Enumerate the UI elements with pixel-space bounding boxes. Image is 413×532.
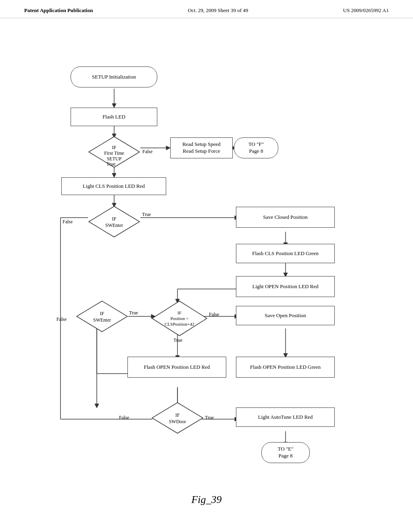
svg-text:IF: IF [177,310,181,315]
true-label-5: True [205,415,214,421]
svg-marker-35 [95,404,99,408]
svg-marker-5 [166,146,170,150]
svg-marker-52 [77,301,127,332]
false-label-1: False [142,149,152,155]
page-header: Patent Application Publication Oct. 29, … [0,0,413,18]
header-left: Patent Application Publication [24,7,93,14]
svg-text:Position <: Position < [170,316,188,321]
light-open-red-box: Light OPEN Position LED Red [236,276,335,297]
false-label-5: False [119,415,129,421]
svg-text:IF: IF [112,145,117,150]
header-right: US 2009/0265992 A1 [343,7,389,14]
false-label-2: False [63,219,73,225]
if-swenter1-diamond: IF SWEnter [88,206,140,238]
to-e-page8-box: TO "E" Page 8 [261,442,310,463]
flash-cls-green-box: Flash CLS Position LED Green [236,244,335,263]
true-label-2: True [142,212,151,218]
svg-marker-49 [89,206,140,237]
setup-init-box: SETUP Initialization [71,66,157,87]
if-position-diamond: IF Position < CLSPosition+42 [151,300,208,337]
svg-text:IF: IF [112,216,117,222]
save-open-box: Save Open Position [236,306,335,325]
false-label-3: False [56,316,67,322]
svg-text:SWEnter: SWEnter [93,317,111,323]
svg-text:IF: IF [100,311,104,316]
svg-text:CLSPosition+42: CLSPosition+42 [165,322,194,326]
svg-text:SWEnter: SWEnter [105,222,123,228]
read-setup-box: Read Setup Speed Read Setup Force [170,137,233,158]
svg-text:SETUP: SETUP [107,156,122,162]
svg-marker-9 [112,173,116,177]
svg-text:IF: IF [175,412,180,418]
header-center: Oct. 29, 2009 Sheet 39 of 49 [188,7,248,14]
fig-caption: Fig_39 [191,494,221,506]
svg-text:SWDoor: SWDoor [169,419,186,424]
light-autotune-red-box: Light AutoTune LED Red [236,407,335,427]
flash-open-red-box: Flash OPEN Position LED Red [127,357,226,378]
to-f-page8-box: TO "F" Page 8 [234,137,278,158]
diagram-area: SETUP Initialization Flash LED IF First … [0,18,413,518]
true-label-3: True [129,310,138,316]
false-label-4: False [209,312,219,318]
save-closed-box: Save Closed Position [236,207,335,228]
if-swenter2-diamond: IF SWEnter [76,300,128,332]
flash-led-box: Flash LED [71,108,157,126]
svg-marker-59 [152,403,203,433]
flash-open-green-box: Flash OPEN Position LED Green [236,357,335,378]
true-label-1: True [106,161,115,167]
svg-marker-1 [112,104,116,108]
svg-text:First Time: First Time [104,150,124,156]
flowchart-arrows [0,18,413,518]
light-cls-red-box: Light CLS Position LED Red [61,177,166,195]
true-label-4: True [173,337,182,343]
if-swdoor-diamond: IF SWDoor [151,402,204,434]
